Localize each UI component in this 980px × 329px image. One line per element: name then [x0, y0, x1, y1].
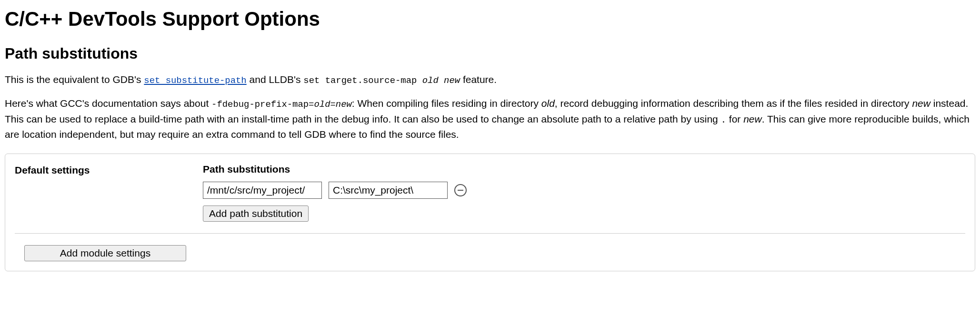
page-title: C/C++ DevTools Support Options — [5, 8, 975, 31]
add-path-substitution-button[interactable]: Add path substitution — [203, 206, 309, 222]
description-gcc: Here's what GCC's documentation says abo… — [5, 96, 975, 142]
path-substitution-row — [203, 182, 965, 199]
description-gdb-lldb: This is the equivalent to GDB's set subs… — [5, 72, 975, 87]
section-heading: Path substitutions — [5, 45, 975, 62]
default-settings-label: Default settings — [15, 164, 203, 176]
path-to-input[interactable] — [329, 182, 448, 199]
settings-panel: Default settings Path substitutions Add … — [5, 154, 975, 271]
divider — [15, 233, 965, 234]
remove-icon[interactable] — [454, 184, 467, 196]
add-module-settings-button[interactable]: Add module settings — [24, 245, 186, 261]
set-substitute-path-link[interactable]: set substitute-path — [144, 74, 246, 85]
path-from-input[interactable] — [203, 182, 322, 199]
path-substitutions-label: Path substitutions — [203, 164, 965, 175]
